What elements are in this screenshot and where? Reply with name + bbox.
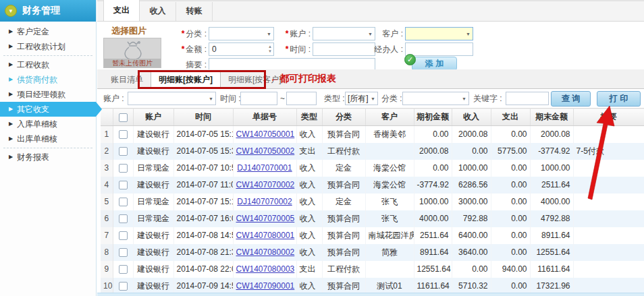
cell-category: 工程付款	[322, 143, 365, 160]
sidebar-item-7[interactable]: ▶出库单稽核	[0, 131, 96, 146]
sidebar-item-6[interactable]: ▶入库单稽核	[0, 117, 96, 131]
cell-account: 建设银行	[133, 244, 173, 261]
row-checkbox[interactable]	[119, 231, 128, 240]
table-row: 6日常现金2014-07-07 16:00CW1407070005收入预算合同张…	[101, 210, 644, 227]
cell-closing: 11611.64	[530, 261, 573, 278]
chevron-down-circle-icon[interactable]: ▼	[5, 5, 17, 17]
filter-time-label: 时间 :	[220, 92, 241, 105]
cell-doc-no: CW1407050001	[233, 126, 296, 143]
doc-no-link[interactable]: CW1407050001	[236, 129, 295, 139]
checkbox-cell	[113, 160, 133, 177]
doc-no-link[interactable]: CW1407080002	[236, 247, 295, 257]
doc-no-link[interactable]: CW1407070005	[236, 214, 295, 223]
header-4[interactable]: 分类	[322, 109, 365, 126]
sidebar-item-label: 出库单稽核	[17, 134, 57, 144]
customer-label: 客户 :	[375, 27, 403, 40]
header-7[interactable]: 收入	[452, 109, 491, 126]
row-checkbox[interactable]	[119, 181, 128, 189]
cell-summary	[573, 227, 644, 244]
search-button[interactable]: 查 询	[551, 91, 591, 107]
header-0[interactable]: 账户	[133, 109, 173, 126]
filter-account-select[interactable]: ▼	[128, 92, 216, 105]
chevron-down-icon: ▼	[267, 32, 271, 36]
filter-time-to-input[interactable]	[286, 92, 317, 105]
sub-tab-0[interactable]: 账目清单	[103, 71, 151, 88]
filter-time-from-input[interactable]	[240, 92, 277, 105]
print-button[interactable]: 打 印	[597, 91, 641, 107]
sidebar-item-2[interactable]: ▶工程收款	[0, 57, 96, 72]
header-9[interactable]: 期末金额	[530, 109, 573, 126]
sidebar-item-4[interactable]: ▶项目经理领款	[0, 87, 96, 102]
row-checkbox[interactable]	[119, 198, 128, 206]
sidebar-header[interactable]: ▼ 财务管理	[0, 0, 96, 22]
header-3[interactable]: 类型	[296, 109, 322, 126]
account-select[interactable]: ▼	[313, 27, 375, 40]
sidebar-menu: ▶客户定金▶工程收款计划▶工程收款▶供货商付款▶项目经理领款▶其它收支▶入库单稽…	[0, 22, 96, 165]
cell-doc-no: CW1407080001	[233, 227, 296, 244]
table-header-row: 账户时间单据号类型分类客户期初金额收入支出期末金额摘要	[101, 109, 644, 126]
cell-time: 2014-07-05 15:37	[173, 143, 233, 160]
cell-opening: 11611.64	[414, 278, 452, 295]
doc-no-link[interactable]: DJ1407070002	[237, 197, 292, 206]
filter-type-select[interactable]: [所有]▼	[345, 92, 378, 105]
row-checkbox[interactable]	[119, 248, 128, 257]
row-checkbox[interactable]	[119, 282, 128, 291]
doc-no-link[interactable]: CW1407080003	[236, 264, 295, 274]
handler-input[interactable]	[405, 42, 473, 56]
doc-no-link[interactable]: CW1407080001	[236, 231, 295, 240]
cell-category: 预算合同	[322, 227, 365, 244]
cell-closing: 2000.08	[530, 126, 573, 143]
keyword-input[interactable]	[506, 92, 549, 105]
header-5[interactable]: 客户	[365, 109, 414, 126]
doc-no-link[interactable]: CW1407090001	[236, 281, 295, 291]
horizontal-scrollbar[interactable]	[97, 293, 644, 296]
cell-time: 2014-07-07 15:17	[173, 194, 233, 210]
cell-type: 收入	[296, 278, 322, 295]
sidebar-item-8[interactable]: ▶财务报表	[0, 150, 96, 165]
image-upload-placeholder[interactable]: 暂未上传图片	[103, 38, 161, 68]
header-rownum	[101, 109, 113, 126]
select-image-label[interactable]: 选择图片	[111, 25, 146, 37]
spinner-arrows-icon[interactable]: ▲▼	[268, 45, 272, 54]
main-tab-2[interactable]: 转账	[176, 2, 213, 21]
add-button[interactable]: 添 加	[412, 57, 457, 71]
filter-category-select[interactable]: ▼	[402, 92, 469, 105]
time-label: *时间 :	[274, 42, 311, 56]
main-tab-0[interactable]: 支出	[103, 0, 140, 21]
cell-customer: 海棠公馆	[365, 177, 414, 194]
sidebar-item-5[interactable]: ▶其它收支	[0, 102, 96, 117]
triangle-bullet-icon: ▶	[9, 117, 13, 131]
header-8[interactable]: 支出	[491, 109, 530, 126]
doc-no-link[interactable]: CW1407070002	[236, 180, 295, 189]
main-tabstrip: 支出收入转账	[97, 0, 644, 22]
row-checkbox[interactable]	[119, 164, 128, 173]
doc-no-link[interactable]: DJ1407070001	[237, 163, 292, 173]
select-all-checkbox[interactable]	[119, 113, 128, 122]
cell-category: 预算合同	[322, 244, 365, 261]
header-10[interactable]: 摘要	[573, 109, 644, 126]
row-checkbox[interactable]	[119, 130, 128, 139]
chevron-down-icon: ▼	[368, 32, 373, 36]
checkbox-cell	[113, 126, 133, 143]
cell-account: 建设银行	[133, 261, 173, 278]
row-checkbox[interactable]	[119, 214, 128, 223]
cell-expense: 940.00	[491, 261, 530, 278]
main-tab-1[interactable]: 收入	[140, 2, 176, 21]
sidebar-item-1[interactable]: ▶工程收款计划	[0, 39, 96, 54]
sidebar-item-3[interactable]: ▶供货商付款	[0, 72, 96, 87]
row-checkbox[interactable]	[119, 265, 128, 274]
cell-category: 工程付款	[322, 261, 365, 278]
header-1[interactable]: 时间	[173, 109, 233, 126]
customer-select[interactable]: ▼	[405, 27, 473, 40]
amount-spinner[interactable]: 0▲▼	[209, 42, 274, 56]
header-6[interactable]: 期初金额	[414, 109, 452, 126]
cell-income: 792.88	[452, 210, 491, 227]
time-input[interactable]	[313, 42, 375, 56]
category-select[interactable]: ▼	[209, 27, 274, 40]
filter-account-label: 账户 :	[103, 92, 124, 105]
row-checkbox[interactable]	[119, 147, 128, 156]
sidebar-item-0[interactable]: ▶客户定金	[0, 24, 96, 39]
doc-no-link[interactable]: CW1407050002	[236, 146, 295, 156]
header-2[interactable]: 单据号	[233, 109, 296, 126]
sub-tab-1[interactable]: 明细账[按账户]	[151, 70, 221, 88]
